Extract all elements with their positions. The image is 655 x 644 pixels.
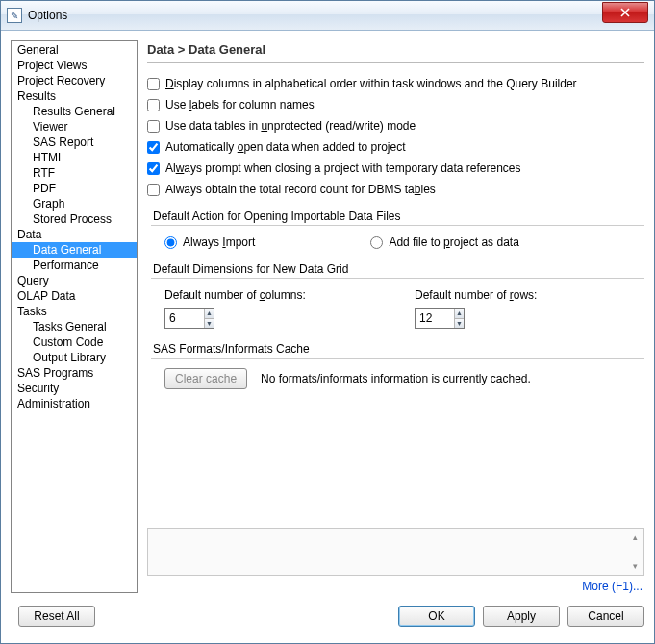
lbl-use-labels: Use labels for column names [165,98,315,111]
hint-box: ▴ ▾ [147,528,644,576]
nav-item-security[interactable]: Security [12,381,137,396]
btn-clear-cache[interactable]: Clear cache [164,368,247,389]
app-icon: ✎ [7,8,22,23]
btn-apply[interactable]: Apply [483,606,560,627]
chk-record-count[interactable] [147,184,160,196]
window-title: Options [28,9,602,22]
nav-item-general[interactable]: General [12,42,137,58]
nav-item-query[interactable]: Query [12,273,137,288]
radio-always-import[interactable] [164,236,177,249]
input-cols[interactable] [165,309,204,328]
nav-item-results-general[interactable]: Results General [12,104,137,119]
nav-item-output-library[interactable]: Output Library [12,350,137,365]
lbl-prompt-close: Always prompt when closing a project wit… [165,161,521,175]
radio-add-file[interactable] [370,236,383,249]
chk-display-alpha[interactable] [147,78,160,90]
chk-unprotected[interactable] [147,120,160,133]
radio-always-import-wrap[interactable]: Always Import [164,235,255,249]
nav-item-stored-process[interactable]: Stored Process [12,211,137,227]
nav-item-olap-data[interactable]: OLAP Data [12,288,137,304]
btn-reset-all[interactable]: Reset All [18,606,95,627]
nav-item-tasks[interactable]: Tasks [12,304,137,319]
spinner-rows[interactable]: ▲ ▼ [415,308,465,329]
cache-status-text: No formats/informats information is curr… [261,372,531,385]
chk-auto-open[interactable] [147,141,160,154]
settings-panel: Data > Data General Display columns in a… [147,40,644,593]
lbl-default-rows: Default number of rows: [415,288,607,302]
nav-item-rtf[interactable]: RTF [12,165,137,181]
group-default-action-label: Default Action for Opening Importable Da… [153,210,644,223]
nav-item-performance[interactable]: Performance [12,258,137,273]
spinner-cols-down[interactable]: ▼ [205,319,214,329]
nav-item-administration[interactable]: Administration [12,396,137,411]
radio-add-file-wrap[interactable]: Add file to project as data [370,235,518,249]
nav-item-tasks-general[interactable]: Tasks General [12,319,137,334]
scroll-down-icon[interactable]: ▾ [628,559,642,573]
nav-item-viewer[interactable]: Viewer [12,119,137,135]
category-tree[interactable]: GeneralProject ViewsProject RecoveryResu… [11,40,138,593]
group-cache-label: SAS Formats/Informats Cache [153,342,644,356]
hint-scrollbar[interactable]: ▴ ▾ [628,531,642,573]
lbl-record-count: Always obtain the total record count for… [165,183,436,196]
group-dimensions-label: Default Dimensions for New Data Grid [153,262,644,276]
window-close-button[interactable] [602,2,648,23]
btn-ok[interactable]: OK [398,606,475,627]
btn-cancel[interactable]: Cancel [567,606,644,627]
nav-item-data-general[interactable]: Data General [12,242,137,258]
nav-item-results[interactable]: Results [12,88,137,104]
nav-item-data[interactable]: Data [12,227,137,242]
dialog-buttons: Reset All OK Apply Cancel [1,599,654,643]
nav-item-graph[interactable]: Graph [12,196,137,211]
page-title: Data > Data General [147,42,644,57]
titlebar: ✎ Options [1,1,654,31]
lbl-display-alpha: Display columns in alphabetical order wi… [165,77,577,90]
group-dimensions: Default Dimensions for New Data Grid Def… [147,262,644,336]
nav-item-sas-programs[interactable]: SAS Programs [12,365,137,381]
spinner-rows-up[interactable]: ▲ [455,309,464,319]
nav-item-html[interactable]: HTML [12,150,137,165]
close-icon [620,8,630,17]
scroll-up-icon[interactable]: ▴ [628,531,642,544]
input-rows[interactable] [416,309,454,328]
nav-item-custom-code[interactable]: Custom Code [12,334,137,350]
chk-prompt-close[interactable] [147,162,160,175]
spinner-cols[interactable]: ▲ ▼ [164,308,214,329]
nav-item-sas-report[interactable]: SAS Report [12,135,137,150]
lbl-unprotected: Use data tables in unprotected (read/wri… [165,119,416,133]
nav-item-project-recovery[interactable]: Project Recovery [12,73,137,88]
title-divider [147,62,644,63]
group-default-action: Default Action for Opening Importable Da… [147,210,644,257]
more-help-link[interactable]: More (F1)... [147,580,642,593]
chk-use-labels[interactable] [147,99,160,111]
options-dialog: ✎ Options GeneralProject ViewsProject Re… [0,0,655,644]
lbl-auto-open: Automatically open data when added to pr… [165,140,406,154]
nav-item-pdf[interactable]: PDF [12,181,137,196]
group-cache: SAS Formats/Informats Cache Clear cache … [147,342,644,397]
spinner-cols-up[interactable]: ▲ [205,309,214,319]
nav-item-project-views[interactable]: Project Views [12,58,137,73]
lbl-default-cols: Default number of columns: [164,288,357,302]
spinner-rows-down[interactable]: ▼ [455,319,464,329]
